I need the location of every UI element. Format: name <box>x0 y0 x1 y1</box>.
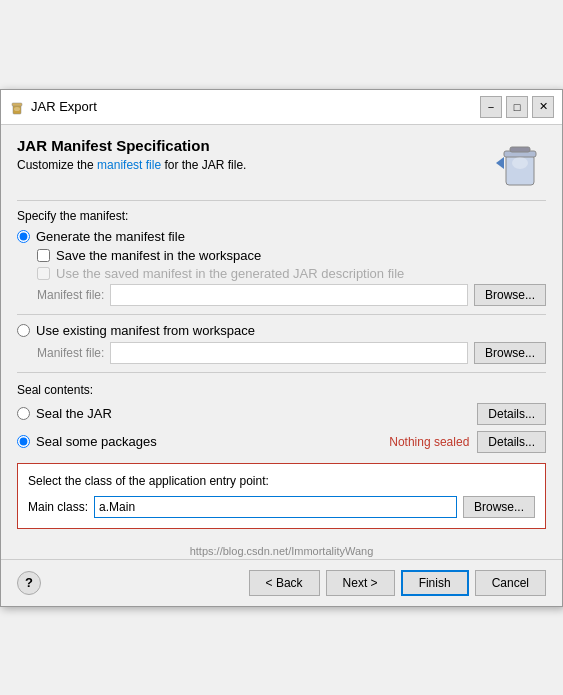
divider-top <box>17 200 546 201</box>
seal-jar-row: Seal the JAR Details... <box>17 403 546 425</box>
divider-mid <box>17 314 546 315</box>
manifest-field1-row: Manifest file: Browse... <box>37 284 546 306</box>
subtitle-prefix: Customize the <box>17 158 97 172</box>
svg-point-2 <box>14 107 20 111</box>
save-manifest-checkbox[interactable] <box>37 249 50 262</box>
subtitle-blue: manifest file <box>97 158 161 172</box>
entry-point-box: Select the class of the application entr… <box>17 463 546 529</box>
seal-jar-right: Details... <box>477 403 546 425</box>
close-button[interactable]: ✕ <box>532 96 554 118</box>
header-row: JAR Manifest Specification Customize the… <box>17 137 546 192</box>
manifest-file2-input[interactable] <box>110 342 468 364</box>
seal-jar-radio[interactable] <box>17 407 30 420</box>
entry-point-label: Select the class of the application entr… <box>28 474 535 488</box>
manifest-field1-label: Manifest file: <box>37 288 104 302</box>
browse2-button[interactable]: Browse... <box>474 342 546 364</box>
svg-rect-5 <box>510 147 530 152</box>
jar-icon <box>9 99 25 115</box>
generate-manifest-row: Generate the manifest file <box>17 229 546 244</box>
use-saved-label: Use the saved manifest in the generated … <box>56 266 404 281</box>
use-existing-label[interactable]: Use existing manifest from workspace <box>36 323 255 338</box>
main-class-input[interactable] <box>94 496 457 518</box>
specify-label: Specify the manifest: <box>17 209 546 223</box>
page-title: JAR Manifest Specification <box>17 137 246 154</box>
generate-manifest-label[interactable]: Generate the manifest file <box>36 229 185 244</box>
cancel-button[interactable]: Cancel <box>475 570 546 596</box>
browse1-button[interactable]: Browse... <box>474 284 546 306</box>
manifest-file1-input[interactable] <box>110 284 468 306</box>
jar-graphic <box>494 137 546 192</box>
back-button[interactable]: < Back <box>249 570 320 596</box>
use-existing-row: Use existing manifest from workspace <box>17 323 546 338</box>
seal-section: Seal contents: Seal the JAR Details... S… <box>17 383 546 453</box>
manifest-field2-label: Manifest file: <box>37 346 104 360</box>
svg-marker-7 <box>496 157 504 169</box>
help-button[interactable]: ? <box>17 571 41 595</box>
page-subtitle: Customize the manifest file for the JAR … <box>17 158 246 172</box>
main-class-label: Main class: <box>28 500 88 514</box>
save-manifest-label[interactable]: Save the manifest in the workspace <box>56 248 261 263</box>
footer: ? < Back Next > Finish Cancel <box>1 559 562 606</box>
main-content: JAR Manifest Specification Customize the… <box>1 125 562 541</box>
seal-jar-label[interactable]: Seal the JAR <box>36 406 112 421</box>
header-text: JAR Manifest Specification Customize the… <box>17 137 246 182</box>
seal-label: Seal contents: <box>17 383 546 397</box>
finish-button[interactable]: Finish <box>401 570 469 596</box>
svg-rect-1 <box>12 103 22 106</box>
manifest-field2-row: Manifest file: Browse... <box>37 342 546 364</box>
seal-jar-left: Seal the JAR <box>17 406 112 421</box>
entry-point-row: Main class: Browse... <box>28 496 535 518</box>
seal-packages-radio[interactable] <box>17 435 30 448</box>
save-manifest-row: Save the manifest in the workspace <box>37 248 546 263</box>
seal-packages-right: Nothing sealed Details... <box>389 431 546 453</box>
window-title: JAR Export <box>31 99 97 114</box>
jar-export-window: JAR Export − □ ✕ JAR Manifest Specificat… <box>0 89 563 607</box>
subtitle-suffix: for the JAR file. <box>161 158 246 172</box>
divider-seal <box>17 372 546 373</box>
browse-main-button[interactable]: Browse... <box>463 496 535 518</box>
title-bar: JAR Export − □ ✕ <box>1 90 562 125</box>
minimize-button[interactable]: − <box>480 96 502 118</box>
maximize-button[interactable]: □ <box>506 96 528 118</box>
title-bar-controls: − □ ✕ <box>480 96 554 118</box>
use-saved-row: Use the saved manifest in the generated … <box>37 266 546 281</box>
title-bar-left: JAR Export <box>9 99 97 115</box>
use-existing-radio[interactable] <box>17 324 30 337</box>
seal-packages-label[interactable]: Seal some packages <box>36 434 157 449</box>
next-button[interactable]: Next > <box>326 570 395 596</box>
nothing-sealed-text: Nothing sealed <box>389 435 469 449</box>
generate-manifest-radio[interactable] <box>17 230 30 243</box>
footer-left: ? <box>17 571 41 595</box>
seal-jar-details-button[interactable]: Details... <box>477 403 546 425</box>
watermark: https://blog.csdn.net/ImmortalityWang <box>1 541 562 559</box>
seal-packages-row: Seal some packages Nothing sealed Detail… <box>17 431 546 453</box>
svg-point-6 <box>512 157 528 169</box>
seal-packages-left: Seal some packages <box>17 434 157 449</box>
seal-packages-details-button[interactable]: Details... <box>477 431 546 453</box>
footer-right: < Back Next > Finish Cancel <box>249 570 546 596</box>
use-saved-checkbox <box>37 267 50 280</box>
